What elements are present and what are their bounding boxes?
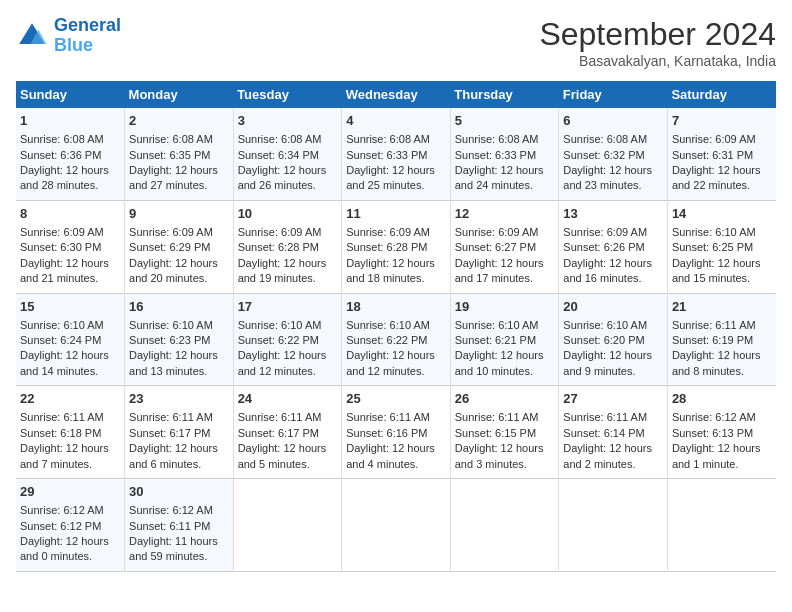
day-info-line: Sunrise: 6:11 AM — [129, 410, 229, 425]
day-cell: 13Sunrise: 6:09 AMSunset: 6:26 PMDayligh… — [559, 200, 668, 293]
day-cell: 24Sunrise: 6:11 AMSunset: 6:17 PMDayligh… — [233, 386, 342, 479]
day-info-line: Sunset: 6:34 PM — [238, 148, 338, 163]
day-info-line: Sunrise: 6:09 AM — [346, 225, 446, 240]
day-number: 10 — [238, 205, 338, 223]
day-info-line: Daylight: 12 hours — [455, 348, 555, 363]
day-info-line: and 27 minutes. — [129, 178, 229, 193]
day-info-line: and 4 minutes. — [346, 457, 446, 472]
day-info-line: Daylight: 12 hours — [346, 348, 446, 363]
day-number: 25 — [346, 390, 446, 408]
day-info-line: Daylight: 12 hours — [563, 256, 663, 271]
day-number: 22 — [20, 390, 120, 408]
day-number: 5 — [455, 112, 555, 130]
day-info-line: Sunrise: 6:10 AM — [129, 318, 229, 333]
day-number: 8 — [20, 205, 120, 223]
calendar-header: SundayMondayTuesdayWednesdayThursdayFrid… — [16, 81, 776, 108]
day-cell — [342, 479, 451, 572]
day-cell: 12Sunrise: 6:09 AMSunset: 6:27 PMDayligh… — [450, 200, 559, 293]
day-cell: 1Sunrise: 6:08 AMSunset: 6:36 PMDaylight… — [16, 108, 125, 200]
day-info-line: Sunrise: 6:10 AM — [563, 318, 663, 333]
day-number: 26 — [455, 390, 555, 408]
day-info-line: Daylight: 12 hours — [455, 256, 555, 271]
day-number: 30 — [129, 483, 229, 501]
day-info-line: Daylight: 12 hours — [563, 348, 663, 363]
week-row-5: 29Sunrise: 6:12 AMSunset: 6:12 PMDayligh… — [16, 479, 776, 572]
day-info-line: Daylight: 12 hours — [129, 256, 229, 271]
day-info-line: and 7 minutes. — [20, 457, 120, 472]
day-info-line: Sunrise: 6:08 AM — [129, 132, 229, 147]
day-info-line: Sunrise: 6:10 AM — [238, 318, 338, 333]
day-info-line: Sunrise: 6:09 AM — [238, 225, 338, 240]
day-number: 21 — [672, 298, 772, 316]
day-info-line: Sunrise: 6:12 AM — [129, 503, 229, 518]
day-info-line: Sunrise: 6:09 AM — [20, 225, 120, 240]
day-number: 11 — [346, 205, 446, 223]
day-number: 19 — [455, 298, 555, 316]
day-cell: 20Sunrise: 6:10 AMSunset: 6:20 PMDayligh… — [559, 293, 668, 386]
day-info-line: Daylight: 12 hours — [563, 441, 663, 456]
day-info-line: and 14 minutes. — [20, 364, 120, 379]
day-info-line: Sunrise: 6:09 AM — [563, 225, 663, 240]
day-info-line: Daylight: 12 hours — [20, 348, 120, 363]
day-info-line: Sunset: 6:16 PM — [346, 426, 446, 441]
day-info-line: and 21 minutes. — [20, 271, 120, 286]
day-info-line: Sunrise: 6:09 AM — [129, 225, 229, 240]
day-info-line: Sunrise: 6:08 AM — [563, 132, 663, 147]
day-number: 18 — [346, 298, 446, 316]
day-cell: 15Sunrise: 6:10 AMSunset: 6:24 PMDayligh… — [16, 293, 125, 386]
day-info-line: Sunset: 6:17 PM — [129, 426, 229, 441]
day-cell: 10Sunrise: 6:09 AMSunset: 6:28 PMDayligh… — [233, 200, 342, 293]
day-info-line: Daylight: 12 hours — [672, 348, 772, 363]
day-cell: 25Sunrise: 6:11 AMSunset: 6:16 PMDayligh… — [342, 386, 451, 479]
day-number: 20 — [563, 298, 663, 316]
day-info-line: and 17 minutes. — [455, 271, 555, 286]
header-cell-wednesday: Wednesday — [342, 81, 451, 108]
day-info-line: Sunset: 6:23 PM — [129, 333, 229, 348]
day-info-line: Sunrise: 6:12 AM — [20, 503, 120, 518]
week-row-4: 22Sunrise: 6:11 AMSunset: 6:18 PMDayligh… — [16, 386, 776, 479]
day-cell: 29Sunrise: 6:12 AMSunset: 6:12 PMDayligh… — [16, 479, 125, 572]
day-info-line: Daylight: 12 hours — [238, 348, 338, 363]
header-cell-saturday: Saturday — [667, 81, 776, 108]
week-row-2: 8Sunrise: 6:09 AMSunset: 6:30 PMDaylight… — [16, 200, 776, 293]
day-info-line: Sunset: 6:33 PM — [346, 148, 446, 163]
day-info-line: Sunrise: 6:08 AM — [455, 132, 555, 147]
day-cell: 7Sunrise: 6:09 AMSunset: 6:31 PMDaylight… — [667, 108, 776, 200]
day-info-line: and 16 minutes. — [563, 271, 663, 286]
day-info-line: Daylight: 12 hours — [238, 441, 338, 456]
day-number: 9 — [129, 205, 229, 223]
day-info-line: Sunset: 6:15 PM — [455, 426, 555, 441]
day-info-line: Sunrise: 6:08 AM — [346, 132, 446, 147]
day-info-line: and 13 minutes. — [129, 364, 229, 379]
day-cell: 17Sunrise: 6:10 AMSunset: 6:22 PMDayligh… — [233, 293, 342, 386]
day-info-line: and 59 minutes. — [129, 549, 229, 564]
day-info-line: Daylight: 12 hours — [455, 163, 555, 178]
day-info-line: and 22 minutes. — [672, 178, 772, 193]
day-info-line: Daylight: 12 hours — [129, 348, 229, 363]
day-info-line: Daylight: 12 hours — [563, 163, 663, 178]
day-info-line: and 1 minute. — [672, 457, 772, 472]
logo-line1: General — [54, 15, 121, 35]
day-info-line: and 9 minutes. — [563, 364, 663, 379]
day-cell: 30Sunrise: 6:12 AMSunset: 6:11 PMDayligh… — [125, 479, 234, 572]
day-number: 27 — [563, 390, 663, 408]
logo-icon — [16, 20, 48, 52]
header-cell-friday: Friday — [559, 81, 668, 108]
day-info-line: and 6 minutes. — [129, 457, 229, 472]
day-info-line: Sunrise: 6:11 AM — [672, 318, 772, 333]
day-info-line: Sunrise: 6:10 AM — [455, 318, 555, 333]
day-info-line: Daylight: 12 hours — [455, 441, 555, 456]
header-cell-tuesday: Tuesday — [233, 81, 342, 108]
day-info-line: Sunset: 6:25 PM — [672, 240, 772, 255]
day-info-line: and 23 minutes. — [563, 178, 663, 193]
day-info-line: Sunrise: 6:08 AM — [238, 132, 338, 147]
logo: General Blue — [16, 16, 121, 56]
header-cell-sunday: Sunday — [16, 81, 125, 108]
day-info-line: Sunset: 6:36 PM — [20, 148, 120, 163]
day-cell: 27Sunrise: 6:11 AMSunset: 6:14 PMDayligh… — [559, 386, 668, 479]
header-cell-monday: Monday — [125, 81, 234, 108]
day-cell: 26Sunrise: 6:11 AMSunset: 6:15 PMDayligh… — [450, 386, 559, 479]
calendar-table: SundayMondayTuesdayWednesdayThursdayFrid… — [16, 81, 776, 572]
day-cell: 16Sunrise: 6:10 AMSunset: 6:23 PMDayligh… — [125, 293, 234, 386]
day-info-line: Sunrise: 6:10 AM — [346, 318, 446, 333]
